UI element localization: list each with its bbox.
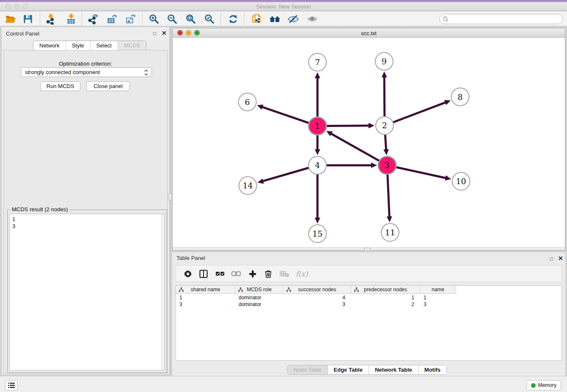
table-cell[interactable]: 3 bbox=[420, 301, 456, 308]
edge-3-1[interactable] bbox=[331, 134, 379, 161]
show-all-eye-icon[interactable] bbox=[306, 13, 318, 25]
toolbar-separator bbox=[244, 12, 245, 25]
table-cell[interactable]: 1 bbox=[351, 294, 420, 301]
close-panel-icon[interactable]: ✕ bbox=[558, 255, 563, 262]
graph-node-label-10: 10 bbox=[456, 177, 466, 186]
memory-status-dot bbox=[531, 383, 536, 388]
column-header-shared-name[interactable]: shared name bbox=[176, 286, 235, 294]
tab-network-table[interactable]: Network Table bbox=[369, 365, 418, 374]
column-header-predecessor-nodes[interactable]: predecessor nodes bbox=[351, 286, 420, 294]
edge-3-11[interactable] bbox=[388, 174, 389, 217]
run-mcds-button[interactable]: Run MCDS bbox=[40, 81, 80, 91]
table-cell[interactable]: 3 bbox=[284, 301, 351, 308]
tab-node-table[interactable]: Node Table bbox=[288, 365, 328, 374]
status-bar: Memory bbox=[0, 376, 567, 392]
column-header-MCDS-role[interactable]: MCDS role bbox=[235, 286, 284, 294]
network-canvas[interactable]: 7968124314101511 bbox=[173, 38, 565, 248]
float-panel-icon[interactable]: □ bbox=[550, 256, 553, 262]
tab-mcds[interactable]: MCDS bbox=[118, 41, 146, 50]
tab-network[interactable]: Network bbox=[33, 41, 66, 50]
graph-node-label-4: 4 bbox=[315, 160, 320, 170]
open-session-icon[interactable] bbox=[4, 13, 16, 25]
show-columns-icon[interactable] bbox=[198, 268, 209, 279]
hide-selected-eye-icon[interactable] bbox=[287, 13, 299, 25]
close-panel-button[interactable]: Close panel bbox=[86, 81, 130, 91]
vertical-splitter[interactable] bbox=[170, 27, 171, 374]
edge-2-9[interactable] bbox=[384, 77, 385, 116]
create-column-plus-icon[interactable] bbox=[247, 268, 258, 279]
zoom-out-icon[interactable] bbox=[166, 13, 178, 25]
table-settings-gear-icon[interactable] bbox=[182, 268, 193, 279]
memory-button[interactable]: Memory bbox=[526, 380, 561, 390]
select-all-checkboxes-icon[interactable] bbox=[215, 268, 226, 279]
import-network-icon[interactable] bbox=[45, 13, 57, 25]
graph-node-label-6: 6 bbox=[245, 97, 250, 107]
graph-node-label-7: 7 bbox=[315, 58, 320, 67]
table-panel: Table Panel □ ✕ f(x) shared nameMCDS rol… bbox=[172, 252, 565, 376]
edge-4-14[interactable] bbox=[263, 168, 308, 181]
first-neighbors-icon[interactable] bbox=[269, 13, 281, 25]
memory-label: Memory bbox=[538, 382, 556, 388]
mcds-result-textarea[interactable]: 1 3 bbox=[9, 214, 165, 370]
mcds-result-groupbox: MCDS result (2 nodes) 1 3 bbox=[7, 210, 167, 373]
tab-select[interactable]: Select bbox=[90, 41, 118, 50]
window-titlebar: Session: New Session bbox=[0, 0, 567, 11]
save-session-icon[interactable] bbox=[22, 13, 34, 25]
table-row[interactable]: 3dominator323 bbox=[176, 301, 456, 308]
node-table[interactable]: shared nameMCDS rolesuccessor nodesprede… bbox=[176, 285, 562, 361]
zoom-in-icon[interactable] bbox=[148, 13, 160, 25]
copy-network-icon[interactable] bbox=[250, 13, 262, 25]
export-network-icon[interactable] bbox=[87, 13, 99, 25]
titlebar-accent bbox=[0, 0, 567, 2]
search-input[interactable] bbox=[450, 16, 556, 22]
table-panel-header: Table Panel □ ✕ bbox=[172, 252, 565, 264]
table-cell[interactable]: dominator bbox=[235, 294, 284, 301]
delete-table-icon[interactable] bbox=[279, 268, 290, 279]
graph-node-label-14: 14 bbox=[243, 181, 253, 190]
table-cell[interactable]: 2 bbox=[351, 301, 420, 308]
zoom-fit-icon[interactable] bbox=[185, 13, 197, 25]
tab-motifs[interactable]: Motifs bbox=[418, 365, 446, 374]
zoom-selected-icon[interactable] bbox=[204, 13, 215, 25]
close-panel-icon[interactable]: ✕ bbox=[162, 30, 167, 36]
table-cell[interactable]: dominator bbox=[235, 301, 284, 308]
edge-2-3[interactable] bbox=[385, 135, 386, 149]
search-field[interactable] bbox=[439, 14, 563, 24]
edge-2-8[interactable] bbox=[393, 102, 446, 122]
graph-node-label-9: 9 bbox=[382, 57, 387, 66]
table-cell[interactable]: 1 bbox=[420, 294, 456, 301]
table-row[interactable]: 1dominator411 bbox=[176, 294, 456, 301]
export-image-icon[interactable] bbox=[124, 13, 136, 25]
task-history-button[interactable] bbox=[5, 380, 18, 390]
vertical-splitter-grip[interactable] bbox=[168, 193, 172, 201]
toolbar-separator bbox=[82, 12, 82, 25]
mcds-tab-content: Optimization criterion: strongly connect… bbox=[3, 50, 168, 373]
control-panel-tabs: NetworkStyleSelectMCDS bbox=[33, 41, 146, 50]
task-list-icon bbox=[8, 383, 15, 388]
deselect-all-checkboxes-icon[interactable] bbox=[231, 268, 242, 279]
tab-edge-table[interactable]: Edge Table bbox=[328, 365, 369, 374]
float-panel-icon[interactable]: □ bbox=[153, 30, 156, 36]
mcds-result-scrollbar[interactable] bbox=[161, 214, 165, 370]
edge-1-6[interactable] bbox=[262, 107, 309, 123]
select-stepper-icon bbox=[144, 69, 149, 77]
function-builder-icon[interactable]: f(x) bbox=[295, 268, 309, 279]
horizontal-splitter-grip[interactable] bbox=[364, 247, 371, 251]
edge-3-10[interactable] bbox=[396, 167, 446, 178]
network-window-titlebar[interactable]: × − + scc.txt bbox=[173, 28, 565, 38]
mcds-result-title: MCDS result (2 nodes) bbox=[10, 206, 69, 213]
window-title: Session: New Session bbox=[0, 3, 567, 10]
table-cell[interactable]: 4 bbox=[284, 294, 351, 301]
edge-1-2[interactable] bbox=[327, 126, 369, 126]
criterion-select[interactable]: strongly connected component bbox=[21, 67, 152, 77]
tab-style[interactable]: Style bbox=[66, 41, 90, 50]
table-cell[interactable]: 1 bbox=[176, 294, 235, 301]
import-table-icon[interactable] bbox=[65, 13, 77, 25]
export-table-icon[interactable] bbox=[106, 13, 118, 25]
column-header-successor-nodes[interactable]: successor nodes bbox=[284, 286, 351, 294]
table-panel-tabs: Node TableEdge TableNetwork TableMotifs bbox=[287, 365, 447, 375]
column-header-name[interactable]: name bbox=[420, 286, 456, 294]
table-cell[interactable]: 3 bbox=[176, 301, 235, 308]
delete-column-trash-icon[interactable] bbox=[263, 268, 274, 279]
apply-layout-icon[interactable] bbox=[227, 13, 239, 25]
